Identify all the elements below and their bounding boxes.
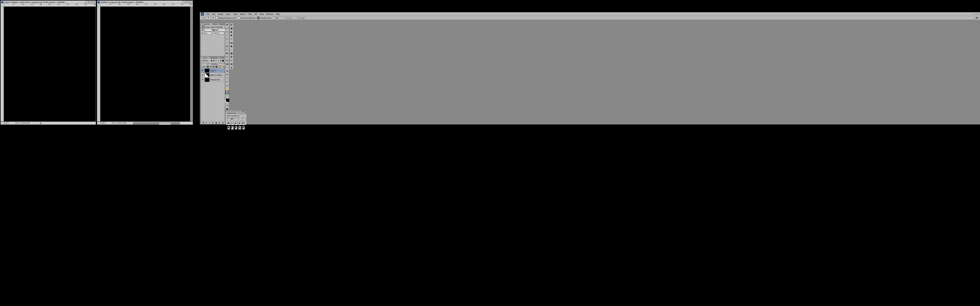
stamp-tool-icon[interactable]: ✿ [225,52,229,55]
bw-icon[interactable]: ◐ [235,122,237,125]
lock-transparency-icon[interactable]: ▦ [207,65,209,68]
titlebar-1[interactable]: Vogue Thailand - April 2016-7 copy.psd @… [1,1,96,3]
zoom-100-button[interactable]: 100% [273,17,281,19]
zoom-tool-icon[interactable]: 🔍 ▾ [201,17,205,19]
pattern-stamp-icon[interactable]: ✿ [230,55,233,59]
delete-layer-icon[interactable]: 🗑 [222,122,224,124]
layer-style-icon[interactable]: fx [205,122,207,124]
levels-icon[interactable]: ▦ [231,117,234,121]
color-swatches[interactable] [226,98,228,103]
maximize-button[interactable]: □ [89,1,92,3]
new-layer-icon[interactable]: ⊞ [219,122,221,124]
zoom-in-icon[interactable]: ⊕ [206,16,211,19]
visibility-icon[interactable]: 👁 [201,79,204,81]
blur-tool-icon[interactable]: ○ [225,66,229,69]
close-button[interactable]: × [189,1,192,3]
resize-windows-checkbox[interactable] [215,17,218,19]
app-close-button[interactable]: × [978,13,979,15]
curves-icon[interactable]: 〰 [235,117,237,121]
tab-color[interactable]: Color [212,23,218,25]
gradient-map-icon[interactable]: ▬ [239,126,241,130]
x-field[interactable] [204,32,212,35]
artboard-tool-icon[interactable]: ⊞ [230,23,233,27]
path-tool-icon[interactable]: ↖ [225,80,229,84]
filter-toggle[interactable]: ⬤ [222,60,224,62]
frame-tool-icon[interactable]: ▦ [230,27,233,30]
visibility-icon[interactable]: 👁 [201,74,204,76]
menu-layer[interactable]: Layer [226,13,231,15]
workspace-icon[interactable]: ▦ ▾ [976,17,979,19]
new-adjustment-icon[interactable]: ◐ [212,122,214,124]
menu-help[interactable]: Help [275,13,280,15]
fill-screen-button[interactable]: Fill Screen [295,17,307,19]
menu-type[interactable]: Type [233,13,237,15]
ruler-horizontal[interactable]: 0501001502002503003504004505005506006507… [1,3,96,6]
new-group-icon[interactable]: ▣ [215,122,218,124]
layer-row-1[interactable]: 👁 Layer 1 [201,68,225,73]
canvas-2[interactable] [100,6,192,121]
filter-adjust-icon[interactable]: ◐ [213,60,215,62]
filter-smart-icon[interactable]: ◈ [220,60,221,62]
maximize-button[interactable]: □ [186,1,189,3]
layer-thumbnail[interactable] [205,78,210,82]
ruler-vertical[interactable] [97,6,100,121]
canvas-1[interactable] [4,6,95,121]
menu-window[interactable]: Window [266,13,273,15]
opacity-field[interactable]: 100% [218,62,223,65]
note-tool-icon[interactable]: ◉ [230,44,233,48]
tab-properties[interactable]: Properties [201,23,212,25]
ruler-vertical[interactable] [1,6,4,121]
link-wh-icon[interactable]: ⛓ [213,29,215,32]
zoom-field[interactable]: 70.88% [98,122,107,124]
foreground-color[interactable] [226,98,229,102]
count-tool-icon[interactable]: ○ [230,48,233,52]
mixer-brush-icon[interactable]: ▦ [230,52,233,55]
link-layers-icon[interactable]: ⛓ [202,122,204,124]
selective-color-icon[interactable]: ▦ [242,126,245,130]
fit-screen-button[interactable]: Fit Screen [282,17,293,19]
w-field[interactable] [204,29,212,32]
vibrance-icon[interactable]: ▽ [242,117,245,121]
panel-collapse-icon[interactable]: ◂◂ [242,110,245,112]
titlebar-2[interactable]: Untitled-1 copy.psd @ 70.9% (Layer 1, RG… [97,1,192,3]
pen-tool-icon[interactable]: ✒ [225,73,229,76]
layer-row-2[interactable]: 👁 Black & White 1 [201,73,225,78]
select-subject-icon[interactable]: ▶ [230,30,233,34]
minimize-button[interactable]: — [86,1,89,3]
layer-name[interactable]: Layer 1 [210,70,216,71]
dodge-tool-icon[interactable]: ◔ [225,69,229,73]
slice-tool-icon[interactable]: ✂ [230,37,233,41]
ruler-tool-icon[interactable]: ▬ [230,41,233,44]
minimize-button[interactable]: — [183,1,186,3]
shape-tool-icon[interactable]: ▭ [225,84,229,87]
visibility-icon[interactable]: 👁 [201,69,204,72]
scrollbar-horizontal[interactable] [133,122,180,124]
color-balance-icon[interactable]: ⚖ [231,122,234,125]
y-field[interactable] [217,32,224,35]
lasso-tool-icon[interactable]: ⊃ [225,30,229,34]
adjustment-thumbnail[interactable] [205,73,210,77]
crop-tool-icon[interactable]: ✂ [225,37,229,41]
app-minimize-button[interactable]: — [973,13,975,15]
search-icon[interactable]: 🔍 [972,17,975,19]
zoom-field[interactable]: 70.88% [2,122,10,124]
lock-all-icon[interactable]: 🔒 [218,65,221,68]
zoom-tool-icon[interactable]: 🔍 [225,91,229,94]
layer-row-3[interactable]: 👁 Background 🔒 [201,78,225,82]
ruler-horizontal[interactable]: 0501001502002503003504004505005506006507… [97,3,192,6]
move-tool-icon[interactable]: ✥ [225,23,229,27]
marquee-tool-icon[interactable]: ▭ [225,27,229,30]
eyedropper-tool-icon[interactable]: ⁄ [225,41,229,44]
tab-adjustments[interactable]: Adjustments [226,112,238,114]
tab-layers[interactable]: Layers [201,57,209,59]
photo-filter-icon[interactable]: ◉ [239,122,241,125]
filter-type-icon[interactable]: T [216,60,217,62]
layer-mask-icon[interactable]: ◻ [209,122,211,124]
panel-menu-icon[interactable]: ≡ [244,112,247,114]
brightness-icon[interactable]: ☀ [228,117,230,121]
type-tool-icon[interactable]: T [225,76,229,80]
tab-channels[interactable]: Channels [209,57,219,59]
quickmask-icon[interactable]: ◻ [225,103,229,107]
menu-view[interactable]: View [259,13,264,15]
menu-file[interactable]: File [206,13,210,15]
